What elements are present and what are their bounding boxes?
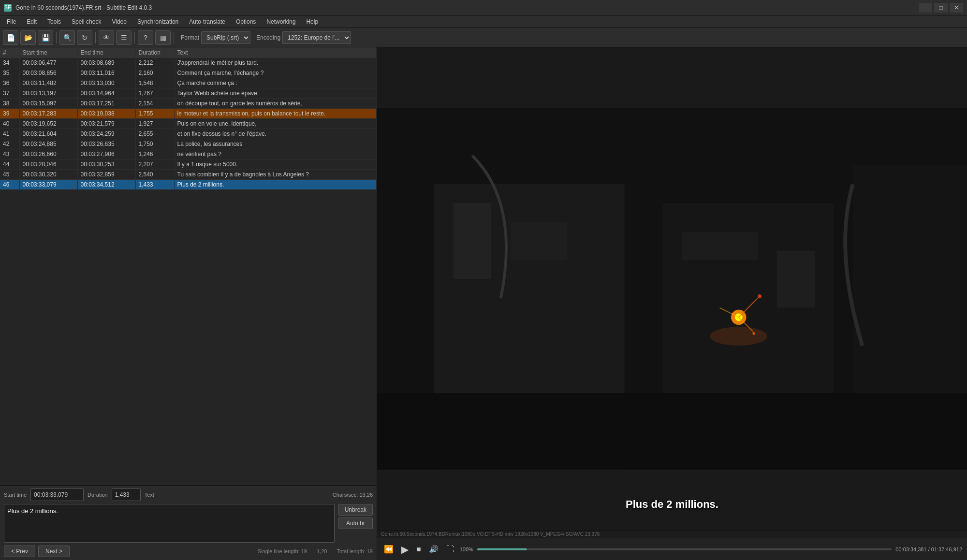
refresh-button[interactable]: ↻: [77, 30, 92, 45]
text-label: Text: [145, 492, 154, 498]
svg-rect-8: [777, 251, 815, 308]
video-info-bar: Gone.In.60.Seconds.1974.BDRemux.1080p.VO…: [377, 530, 967, 538]
duration-input[interactable]: [112, 488, 141, 501]
format-select[interactable]: SubRip (.srt): [201, 31, 250, 44]
col-header-start: Start time: [19, 47, 77, 58]
video-file-info: Gone.In.60.Seconds.1974.BDRemux.1080p.VO…: [381, 531, 600, 537]
view-button[interactable]: 👁: [99, 30, 114, 45]
cell-text: Comment ça marche, l'échange ?: [174, 68, 377, 78]
prev-button[interactable]: < Prev: [4, 546, 35, 557]
cell-start: 00:03:21,604: [19, 129, 77, 139]
cell-start: 00:03:13,197: [19, 88, 77, 99]
unbreak-button[interactable]: Unbreak: [338, 504, 373, 516]
table-row[interactable]: 37 00:03:13,197 00:03:14,964 1,767 Taylo…: [0, 88, 377, 99]
table-row[interactable]: 36 00:03:11,482 00:03:13,030 1,548 Ça ma…: [0, 78, 377, 88]
cell-dur: 1,433: [135, 180, 174, 190]
format-label: Format: [181, 34, 199, 41]
cell-start: 00:03:28,046: [19, 159, 77, 170]
col-header-end: End time: [77, 47, 135, 58]
menu-synchronization[interactable]: Synchronization: [132, 17, 183, 27]
menu-options[interactable]: Options: [231, 17, 261, 27]
menu-edit[interactable]: Edit: [22, 17, 42, 27]
minimize-button[interactable]: —: [919, 3, 932, 13]
auto-br-button[interactable]: Auto br: [338, 517, 373, 529]
subtitle-text-editor[interactable]: Plus de 2 millions.: [4, 504, 335, 543]
total-length: Total length: 19: [337, 548, 373, 554]
table-scroll[interactable]: # Start time End time Duration Text 32 0…: [0, 47, 377, 190]
cell-start: 00:03:11,482: [19, 78, 77, 88]
cell-dur: 2,160: [135, 68, 174, 78]
cell-dur: 2,540: [135, 170, 174, 180]
toolbar: 📄 📂 💾 🔍 ↻ 👁 ☰ ? ▦ Format SubRip (.srt) E…: [0, 28, 967, 47]
list-button[interactable]: ☰: [116, 30, 132, 45]
cell-end: 00:03:17,251: [77, 99, 135, 109]
title-bar: SE Gone in 60 seconds(1974).FR.srt - Sub…: [0, 0, 967, 15]
cell-id: 38: [0, 99, 19, 109]
video-progress-bar[interactable]: [477, 548, 892, 550]
video-progress-fill: [477, 548, 527, 550]
help-toolbar-button[interactable]: ?: [138, 30, 153, 45]
left-panel: # Start time End time Duration Text 32 0…: [0, 47, 377, 560]
table-row[interactable]: 42 00:03:24,885 00:03:26,635 1,750 La po…: [0, 139, 377, 149]
app-icon: SE: [4, 4, 12, 12]
svg-point-17: [710, 327, 767, 345]
cell-end: 00:03:32,859: [77, 170, 135, 180]
separator-3: [134, 32, 135, 43]
cell-id: 46: [0, 180, 19, 190]
table-row[interactable]: 45 00:03:30,320 00:03:32,859 2,540 Tu sa…: [0, 170, 377, 180]
encoding-select[interactable]: 1252: Europe de l'...: [282, 31, 351, 44]
svg-point-14: [758, 294, 762, 298]
menu-help[interactable]: Help: [301, 17, 323, 27]
skip-back-button[interactable]: ⏪: [382, 544, 396, 555]
menu-autotranslate[interactable]: Auto-translate: [184, 17, 230, 27]
cell-id: 34: [0, 58, 19, 68]
stop-button[interactable]: ■: [414, 544, 423, 555]
menu-networking[interactable]: Networking: [262, 17, 300, 27]
save-button[interactable]: 💾: [38, 30, 53, 45]
menu-file[interactable]: File: [2, 17, 21, 27]
maximize-button[interactable]: □: [934, 3, 948, 13]
layout-button[interactable]: ▦: [155, 30, 171, 45]
cell-dur: 2,207: [135, 159, 174, 170]
table-row[interactable]: 43 00:03:26,660 00:03:27,906 1,246 ne vé…: [0, 149, 377, 159]
new-button[interactable]: 📄: [3, 30, 18, 45]
menu-video[interactable]: Video: [107, 17, 131, 27]
mute-button[interactable]: 🔊: [427, 544, 440, 555]
table-row[interactable]: 39 00:03:17,283 00:03:19,038 1,755 le mo…: [0, 109, 377, 119]
cell-dur: 1,755: [135, 109, 174, 119]
table-row[interactable]: 34 00:03:06,477 00:03:08,689 2,212 J'app…: [0, 58, 377, 68]
fullscreen-button[interactable]: ⛶: [444, 544, 456, 555]
table-row[interactable]: 35 00:03:08,856 00:03:11,016 2,160 Comme…: [0, 68, 377, 78]
play-button[interactable]: ▶: [399, 543, 410, 556]
menu-spellcheck[interactable]: Spell check: [67, 17, 106, 27]
cell-dur: 1,246: [135, 149, 174, 159]
next-button[interactable]: Next >: [38, 546, 70, 557]
cell-start: 00:03:26,660: [19, 149, 77, 159]
cell-start: 00:03:08,856: [19, 68, 77, 78]
position-display: 1,20: [317, 548, 327, 554]
edit-buttons: Unbreak Auto br: [338, 504, 373, 543]
cell-id: 42: [0, 139, 19, 149]
table-row[interactable]: 38 00:03:15,097 00:03:17,251 2,154 on dé…: [0, 99, 377, 109]
cell-text: on découpe tout, on garde les numéros de…: [174, 99, 377, 109]
cell-text: et on fixe dessus les n° de l'épave.: [174, 129, 377, 139]
right-panel: Plus de 2 millions. Gone.In.60.Seconds.1…: [377, 47, 967, 560]
table-row[interactable]: 46 00:03:33,079 00:03:34,512 1,433 Plus …: [0, 180, 377, 190]
cell-id: 41: [0, 129, 19, 139]
svg-rect-6: [510, 222, 567, 260]
col-header-id: #: [0, 47, 19, 58]
cell-text: Tu sais combien il y a de bagnoles à Los…: [174, 170, 377, 180]
cell-start: 00:03:17,283: [19, 109, 77, 119]
close-button[interactable]: ✕: [950, 3, 963, 13]
video-subtitle-overlay: Plus de 2 millions.: [377, 498, 967, 511]
edit-panel: Start time Duration Text Chars/sec: 13,2…: [0, 485, 377, 560]
table-row[interactable]: 40 00:03:19,652 00:03:21,579 1,927 Puis …: [0, 119, 377, 129]
cell-id: 44: [0, 159, 19, 170]
menu-tools[interactable]: Tools: [43, 17, 66, 27]
table-row[interactable]: 41 00:03:21,604 00:03:24,259 2,655 et on…: [0, 129, 377, 139]
open-button[interactable]: 📂: [20, 30, 36, 45]
find-button[interactable]: 🔍: [59, 30, 75, 45]
table-row[interactable]: 44 00:03:28,046 00:03:30,253 2,207 Il y …: [0, 159, 377, 170]
start-time-input[interactable]: [30, 488, 84, 501]
cell-end: 00:03:34,512: [77, 180, 135, 190]
